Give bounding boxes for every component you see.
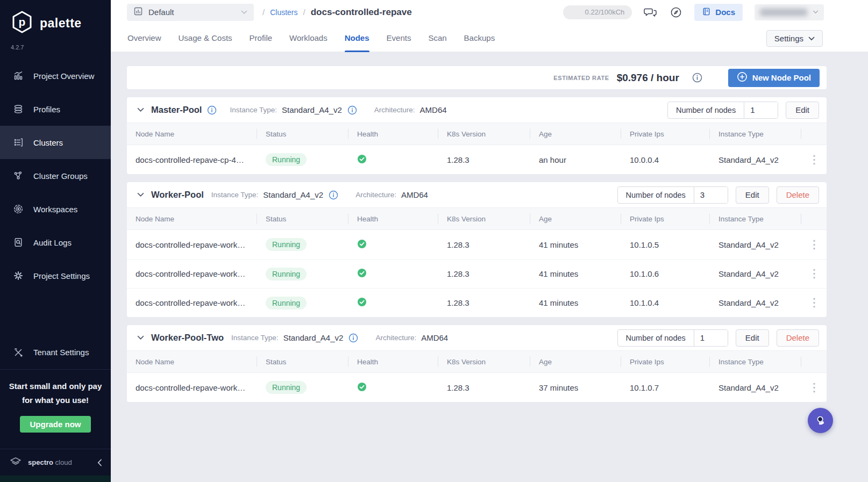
version-label: 4.2.7	[11, 44, 111, 51]
docs-button[interactable]: Docs	[694, 4, 743, 21]
footer-brand: spectro cloud	[28, 458, 72, 466]
sidebar-item-clusters[interactable]: Clusters	[0, 126, 111, 159]
number-of-nodes-control: Number of nodes	[667, 102, 778, 119]
astronaut-icon	[812, 412, 828, 428]
node-age: 41 minutes	[530, 269, 621, 278]
number-of-nodes-label: Number of nodes	[618, 187, 694, 203]
project-selector[interactable]: Default	[127, 4, 254, 21]
promo-line2: for what you use!	[6, 393, 104, 407]
status-badge: Running	[266, 297, 307, 310]
instance-type-label: Instance Type:	[230, 106, 277, 114]
chevron-down-icon[interactable]	[137, 192, 144, 197]
table-row: docs-controlled-repave-work… Running 1.2…	[127, 288, 827, 317]
row-kebab-menu-button[interactable]	[801, 383, 827, 393]
number-of-nodes-input[interactable]	[694, 330, 728, 346]
instance-type: Standard_A4_v2	[710, 155, 801, 164]
node-name: docs-controlled-repave-cp-4…	[127, 155, 257, 164]
col-k8s-version: K8s Version	[438, 215, 530, 223]
settings-button[interactable]: Settings	[766, 30, 823, 47]
architecture-label: Architecture:	[355, 191, 396, 199]
table-row: docs-controlled-repave-cp-4… Running 1.2…	[127, 145, 827, 174]
sidebar-item-workspaces[interactable]: Workspaces	[0, 192, 111, 226]
edit-pool-button[interactable]: Edit	[786, 102, 819, 119]
col-private-ips: Private Ips	[621, 215, 710, 223]
info-icon[interactable]	[692, 73, 702, 83]
sidebar-item-profiles[interactable]: Profiles	[0, 92, 111, 126]
user-account-menu[interactable]	[755, 4, 824, 20]
chevron-down-icon	[808, 37, 815, 41]
table-row: docs-controlled-repave-work… Running 1.2…	[127, 230, 827, 259]
assistant-fab-button[interactable]	[808, 408, 833, 433]
tab-usage-costs[interactable]: Usage & Costs	[179, 24, 232, 52]
instance-type-value: Standard_A4_v2	[263, 190, 323, 199]
table-row: docs-controlled-repave-work… Running 1.2…	[127, 259, 827, 288]
sidebar-item-cluster-groups[interactable]: Cluster Groups	[0, 159, 111, 192]
tab-workloads[interactable]: Workloads	[289, 24, 328, 52]
number-of-nodes-input[interactable]	[694, 187, 728, 203]
sidebar-item-label: Clusters	[33, 138, 63, 147]
row-kebab-menu-button[interactable]	[801, 155, 827, 165]
tab-scan[interactable]: Scan	[428, 24, 446, 52]
row-kebab-menu-button[interactable]	[801, 298, 827, 308]
row-kebab-menu-button[interactable]	[801, 240, 827, 250]
upgrade-promo: Start small and only pay for what you us…	[0, 369, 111, 442]
col-health: Health	[348, 215, 438, 223]
upgrade-now-button[interactable]: Upgrade now	[20, 416, 90, 433]
edit-pool-button[interactable]: Edit	[736, 329, 769, 347]
number-of-nodes-input[interactable]	[744, 102, 778, 118]
chevron-down-icon[interactable]	[137, 335, 144, 340]
spectro-cloud-logo	[9, 455, 23, 470]
sidebar-item-audit-logs[interactable]: Audit Logs	[0, 226, 111, 259]
row-kebab-menu-button[interactable]	[801, 269, 827, 279]
status-badge: Running	[266, 153, 307, 166]
chevron-down-icon[interactable]	[137, 107, 144, 112]
col-instance-type: Instance Type	[710, 215, 801, 223]
col-private-ips: Private Ips	[621, 358, 710, 366]
architecture-label: Architecture:	[374, 106, 415, 114]
private-ip: 10.1.0.7	[621, 383, 710, 392]
info-icon[interactable]	[348, 333, 358, 343]
info-icon[interactable]	[207, 105, 217, 115]
node-age: 41 minutes	[530, 240, 621, 249]
collapse-sidebar-button[interactable]	[97, 459, 102, 466]
sidebar-item-project-overview[interactable]: Project Overview	[0, 59, 111, 92]
info-icon[interactable]	[347, 105, 357, 115]
delete-pool-button[interactable]: Delete	[777, 329, 819, 347]
project-chart-icon	[133, 6, 143, 18]
number-of-nodes-control: Number of nodes	[617, 186, 728, 204]
sidebar-item-tenant-settings[interactable]: Tenant Settings	[0, 336, 111, 369]
architecture-value: AMD64	[401, 190, 428, 199]
col-node-name: Node Name	[127, 215, 257, 223]
svg-text:p: p	[19, 16, 26, 28]
info-icon[interactable]	[329, 190, 338, 200]
tab-backups[interactable]: Backups	[464, 24, 495, 52]
instance-type: Standard_A4_v2	[710, 240, 801, 249]
sidebar-item-label: Profiles	[33, 105, 60, 114]
col-age: Age	[530, 358, 621, 366]
new-node-pool-button[interactable]: New Node Pool	[728, 69, 820, 87]
node-name: docs-controlled-repave-work…	[127, 269, 257, 278]
node-name: docs-controlled-repave-work…	[127, 298, 257, 307]
tab-nodes[interactable]: Nodes	[345, 24, 369, 52]
instance-type: Standard_A4_v2	[710, 269, 801, 278]
sidebar-item-label: Cluster Groups	[33, 171, 88, 181]
breadcrumb-link-clusters[interactable]: Clusters	[270, 8, 297, 17]
tools-icon	[13, 347, 24, 358]
k8s-version: 1.28.3	[438, 155, 530, 164]
tab-overview[interactable]: Overview	[127, 24, 161, 52]
delete-pool-button[interactable]: Delete	[777, 186, 819, 204]
private-ip: 10.0.0.4	[621, 155, 710, 164]
estimated-rate-label: ESTIMATED RATE	[553, 75, 609, 81]
sidebar-item-project-settings[interactable]: Project Settings	[0, 259, 111, 292]
col-health: Health	[348, 358, 438, 366]
table-header: Node Name Status Health K8s Version Age …	[127, 208, 827, 230]
instance-type: Standard_A4_v2	[710, 383, 801, 392]
k8s-version: 1.28.3	[438, 383, 530, 392]
compass-icon[interactable]	[670, 6, 682, 19]
edit-pool-button[interactable]: Edit	[736, 186, 769, 204]
col-health: Health	[348, 130, 438, 138]
instance-type: Standard_A4_v2	[710, 298, 801, 307]
chat-icon[interactable]	[644, 6, 658, 18]
tab-profile[interactable]: Profile	[250, 24, 273, 52]
tab-events[interactable]: Events	[387, 24, 411, 52]
